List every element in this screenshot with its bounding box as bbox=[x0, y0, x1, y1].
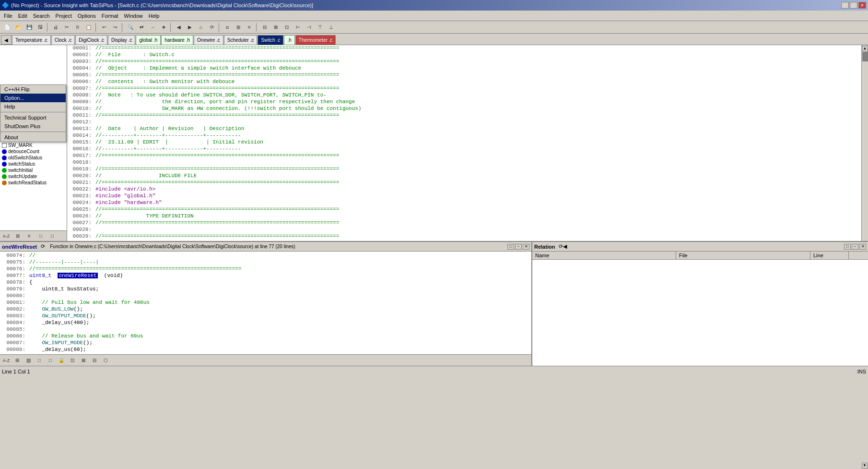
code-line-23: 00023: #include "global.h" bbox=[67, 193, 861, 200]
tb-replace[interactable]: ⇄ bbox=[136, 23, 147, 32]
bottom-code-area[interactable]: 00074: // 00075: //--------|-----|----| … bbox=[0, 252, 531, 354]
bt-b1[interactable]: ⊞ bbox=[12, 356, 23, 365]
tb-window4[interactable]: ⊢ bbox=[293, 23, 303, 32]
bt-b8[interactable]: ⊟ bbox=[89, 356, 100, 365]
ctx-help[interactable]: Help bbox=[0, 102, 66, 111]
tb-open[interactable]: 📂 bbox=[13, 23, 23, 32]
code-line-12: 00012: bbox=[67, 119, 861, 126]
tab-switch[interactable]: Switch .c bbox=[258, 35, 283, 45]
tb-undo[interactable]: ↩ bbox=[99, 23, 109, 32]
code-line-8: 00008: // Note : To use should define SW… bbox=[67, 92, 861, 99]
bt-b5[interactable]: 🔒 bbox=[56, 356, 67, 365]
lb-btn2[interactable]: ⊞ bbox=[12, 231, 23, 241]
bt-az[interactable]: A-Z bbox=[1, 356, 12, 365]
ctx-about[interactable]: About bbox=[0, 133, 66, 142]
relation-title: Relation bbox=[534, 244, 555, 250]
bt-b4[interactable]: □ bbox=[45, 356, 56, 365]
right-scrollbar[interactable]: ▲ ▼ bbox=[861, 45, 868, 241]
tb-copy[interactable]: ⎘ bbox=[72, 23, 83, 32]
sym-switch-update[interactable]: switchUpdate bbox=[1, 173, 66, 180]
lb-btn4[interactable]: □ bbox=[35, 231, 46, 241]
tb-window3[interactable]: ⊡ bbox=[282, 23, 292, 32]
tb-new[interactable]: 📄 bbox=[2, 23, 12, 32]
menu-project[interactable]: Project bbox=[53, 12, 75, 20]
relation-icon: ⟳◀ bbox=[559, 243, 567, 250]
tb-class[interactable]: ⧈ bbox=[222, 23, 233, 32]
tb-cut[interactable]: ✂ bbox=[61, 23, 72, 32]
tab-hardware[interactable]: hardware .h bbox=[161, 35, 193, 45]
sep1 bbox=[47, 23, 49, 32]
lb-az[interactable]: A-Z bbox=[1, 231, 12, 241]
bc-line-88: 00088: _delay_us(60); bbox=[1, 347, 530, 353]
tb-window2[interactable]: ⊠ bbox=[270, 23, 281, 32]
sym-debouce-count[interactable]: debouceCount bbox=[1, 148, 66, 155]
close-button[interactable]: ✕ bbox=[858, 2, 866, 9]
tab-global[interactable]: global .h bbox=[136, 35, 161, 45]
relation-restore-btn[interactable]: □ bbox=[844, 244, 851, 250]
lb-btn3[interactable]: ≡ bbox=[24, 231, 35, 241]
bottom-close-btn[interactable]: ✕ bbox=[523, 244, 529, 250]
sym-switch-read-status[interactable]: switchReadStatus bbox=[1, 180, 66, 186]
code-scroll[interactable]: 00001: //===============================… bbox=[67, 45, 861, 241]
tab-clock[interactable]: Clock .c bbox=[51, 35, 75, 45]
bt-b6[interactable]: ⊡ bbox=[67, 356, 78, 365]
sym-old-switch-status[interactable]: oldSwitchStatus bbox=[1, 155, 66, 161]
context-menu: C++/H Flip Option... Help Technical Supp… bbox=[0, 84, 66, 142]
tab-display[interactable]: Display .c bbox=[108, 35, 135, 45]
sep5 bbox=[219, 23, 221, 32]
tab-scheduler[interactable]: Scheduler .c bbox=[224, 35, 258, 45]
bt-b2[interactable]: ▧ bbox=[23, 356, 34, 365]
sym-sw-mark[interactable]: SW_MARK bbox=[1, 142, 66, 148]
bottom-restore-btn[interactable]: □ bbox=[507, 244, 514, 250]
ctx-cpp-flip[interactable]: C++/H Flip bbox=[0, 85, 66, 94]
relation-min-btn[interactable]: − bbox=[852, 244, 858, 250]
tb-list[interactable]: ≡ bbox=[244, 23, 255, 32]
tb-forward[interactable]: ▶ bbox=[185, 23, 195, 32]
tb-window6[interactable]: ⊤ bbox=[315, 23, 325, 32]
restore-button[interactable]: □ bbox=[850, 2, 857, 9]
tb-home[interactable]: ⌂ bbox=[196, 23, 206, 32]
code-line-4: 00004: // Object : Implement a simple sw… bbox=[67, 65, 861, 72]
tab-arrow[interactable]: ◀ bbox=[1, 35, 12, 45]
tab-digiclock[interactable]: DigiClock .c bbox=[75, 35, 107, 45]
menu-file[interactable]: File bbox=[1, 12, 15, 20]
tb-window1[interactable]: ⊟ bbox=[259, 23, 270, 32]
tab-thermometer[interactable]: Thermometer .c bbox=[295, 35, 336, 45]
tab-temperature[interactable]: Temperature .c bbox=[12, 35, 51, 45]
lb-btn5[interactable]: □ bbox=[47, 231, 58, 241]
bt-b9[interactable]: ⬡ bbox=[100, 356, 111, 365]
ctx-technical-support[interactable]: Technical Support bbox=[0, 113, 66, 122]
tb-bookmark[interactable]: ★ bbox=[158, 23, 169, 32]
menu-help[interactable]: Help bbox=[146, 12, 163, 20]
tb-findnext[interactable]: → bbox=[147, 23, 158, 32]
tb-print[interactable]: 🖨 bbox=[50, 23, 61, 32]
bc-line-83: 00083: OW_OUTPUT_MODE(); bbox=[1, 313, 530, 320]
ctx-shutdown-plus[interactable]: ShutDown Plus bbox=[0, 122, 66, 131]
menu-search[interactable]: Search bbox=[30, 12, 53, 20]
tb-window7[interactable]: ⊥ bbox=[326, 23, 336, 32]
tb-grid[interactable]: ⊞ bbox=[233, 23, 244, 32]
tb-redo[interactable]: ↪ bbox=[110, 23, 120, 32]
sym-switch-initial[interactable]: switchInitial bbox=[1, 167, 66, 173]
tb-save[interactable]: 💾 bbox=[24, 23, 35, 32]
ctx-option[interactable]: Option... bbox=[0, 94, 66, 102]
sym-label: oldSwitchStatus bbox=[8, 155, 42, 160]
sym-switch-status[interactable]: switchStatus bbox=[1, 161, 66, 167]
tb-save2[interactable]: 🖫 bbox=[35, 23, 46, 32]
tb-back[interactable]: ◀ bbox=[174, 23, 184, 32]
tab-switch-h[interactable]: .h bbox=[284, 35, 294, 45]
menu-window[interactable]: Window bbox=[121, 12, 146, 20]
tb-paste[interactable]: 📋 bbox=[83, 23, 94, 32]
menu-edit[interactable]: Edit bbox=[15, 12, 30, 20]
bottom-min-btn[interactable]: − bbox=[515, 244, 522, 250]
tb-window5[interactable]: ⊣ bbox=[304, 23, 314, 32]
menu-options[interactable]: Options bbox=[75, 12, 99, 20]
bt-b3[interactable]: □ bbox=[34, 356, 45, 365]
tb-sync[interactable]: ⟳ bbox=[207, 23, 217, 32]
minimize-button[interactable]: − bbox=[841, 2, 849, 9]
bt-b7[interactable]: ⊠ bbox=[78, 356, 89, 365]
tab-onewire[interactable]: Onewire .c bbox=[194, 35, 223, 45]
menu-format[interactable]: Format bbox=[99, 12, 121, 20]
relation-close-btn[interactable]: ✕ bbox=[859, 244, 866, 250]
tb-find[interactable]: 🔍 bbox=[125, 23, 136, 32]
